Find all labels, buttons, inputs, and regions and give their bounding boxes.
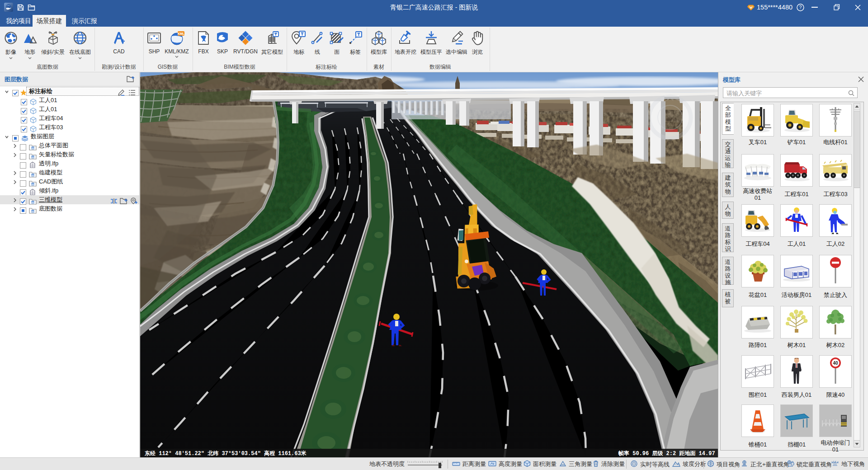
svg-text:帧率 50.96 层级 2:2 距地面 14.97 米: 帧率 50.96 层级 2:2 距地面 14.97 米: [618, 450, 718, 457]
svg-text:东经 112° 48′51.22″ 北纬 37°53′03.: 东经 112° 48′51.22″ 北纬 37°53′03.54″ 高程 116…: [144, 450, 307, 457]
svg-text:KML: KML: [178, 32, 185, 35]
svg-text:?: ?: [799, 5, 802, 10]
svg-text:40: 40: [833, 361, 838, 366]
